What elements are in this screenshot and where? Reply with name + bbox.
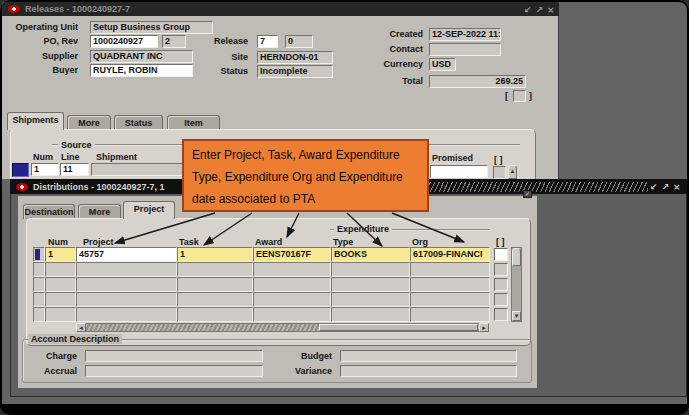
total-field[interactable]: 269.25 [429, 75, 526, 88]
tab-destination[interactable]: Destination [23, 204, 75, 219]
tab-item[interactable]: Item [167, 115, 220, 130]
checked-checkbox-icon[interactable]: ✓ [523, 190, 532, 198]
org-cell[interactable] [410, 292, 490, 307]
vertical-scrollbar-thumb[interactable] [512, 248, 521, 266]
close-icon[interactable]: × [673, 182, 681, 192]
minimize-icon[interactable]: ↙ [650, 182, 658, 192]
num-cell[interactable]: 1 [45, 247, 76, 262]
site-field[interactable]: HERNDON-01 [257, 51, 333, 64]
shipment-header: Shipment [96, 152, 137, 162]
tab-status[interactable]: Status [114, 115, 163, 130]
release-header-checkbox[interactable] [513, 90, 526, 102]
project-cell[interactable] [76, 307, 177, 322]
project-cell[interactable]: 45757 [76, 247, 177, 262]
buyer-field[interactable]: RUYLE, ROBIN [90, 64, 193, 77]
bracket-close: ] [529, 90, 532, 102]
status-field[interactable]: Incomplete [257, 65, 333, 78]
status-label: Status [195, 65, 248, 78]
currency-label: Currency [353, 58, 423, 71]
num-cell[interactable] [45, 277, 76, 292]
record-indicator[interactable] [33, 277, 45, 292]
award-cell[interactable]: EENS70167F [253, 247, 331, 262]
record-indicator[interactable] [33, 307, 45, 322]
tab-shipments[interactable]: Shipments [7, 112, 64, 130]
type-cell[interactable] [331, 277, 410, 292]
supplier-field[interactable]: QUADRANT INC [90, 50, 193, 63]
row-checkbox[interactable] [494, 293, 508, 306]
task-cell[interactable] [177, 277, 253, 292]
scroll-left-icon[interactable]: ◂ [76, 323, 86, 332]
releases-window-title: Releases - 1000240927-7 [25, 3, 130, 15]
record-indicator[interactable] [33, 292, 45, 307]
task-cell[interactable] [177, 262, 253, 277]
tab-more[interactable]: More [78, 204, 121, 219]
releases-titlebar[interactable]: Releases - 1000240927-7 [2, 2, 559, 16]
record-indicator[interactable] [33, 247, 45, 262]
type-cell[interactable] [331, 262, 410, 277]
task-cell[interactable] [177, 307, 253, 322]
checkbox-header: [ ] [496, 237, 505, 247]
horizontal-scrollbar[interactable] [76, 323, 489, 332]
row-checkbox[interactable] [494, 263, 508, 276]
type-cell[interactable] [331, 292, 410, 307]
budget-label: Budget [282, 350, 332, 363]
award-cell[interactable] [253, 262, 331, 277]
shipment-num-field[interactable]: 1 [31, 163, 59, 176]
table-row-empty [33, 277, 490, 292]
site-label: Site [195, 51, 248, 64]
contact-field[interactable] [429, 43, 501, 56]
award-cell[interactable] [253, 292, 331, 307]
award-cell[interactable] [253, 307, 331, 322]
scroll-right-icon[interactable]: ▸ [479, 323, 489, 332]
vertical-scrollbar[interactable]: ▾ [511, 247, 522, 322]
release-field[interactable]: 7 [257, 35, 278, 48]
scroll-down-icon[interactable]: ▾ [512, 311, 521, 321]
org-cell[interactable] [410, 262, 490, 277]
charge-field[interactable] [85, 350, 263, 362]
operating-unit-field[interactable]: Setup Business Group [90, 21, 213, 34]
shipment-line-field[interactable]: 11 [60, 163, 89, 176]
row-checkbox[interactable] [494, 278, 508, 291]
created-field[interactable]: 12-SEP-2022 11:55 [429, 28, 501, 41]
record-indicator[interactable] [33, 262, 45, 277]
type-cell[interactable] [331, 307, 410, 322]
project-cell[interactable] [76, 292, 177, 307]
task-cell[interactable]: 1 [177, 247, 253, 262]
budget-field[interactable] [340, 350, 517, 362]
promised-checkbox[interactable] [493, 166, 506, 179]
po-rev-field[interactable]: 2 [162, 35, 186, 48]
minimize-icon[interactable]: ↙ [524, 5, 532, 15]
horizontal-scrollbar-thumb[interactable] [319, 324, 478, 331]
org-cell[interactable]: 617009-FINANCI [410, 247, 490, 262]
record-indicator[interactable] [12, 163, 29, 177]
tab-more[interactable]: More [67, 115, 111, 130]
type-cell[interactable]: BOOKS [331, 247, 410, 262]
spinner-up-icon[interactable]: ▴ [508, 165, 517, 179]
tab-project[interactable]: Project [123, 201, 175, 219]
project-cell[interactable] [76, 262, 177, 277]
currency-field[interactable]: USD [429, 58, 456, 71]
row-checkbox[interactable] [494, 248, 508, 261]
task-cell[interactable] [177, 292, 253, 307]
release-rev-field[interactable]: 0 [285, 35, 313, 48]
num-cell[interactable] [45, 262, 76, 277]
charge-label: Charge [27, 350, 77, 363]
num-cell[interactable] [45, 307, 76, 322]
supplier-label: Supplier [8, 50, 78, 63]
org-cell[interactable] [410, 307, 490, 322]
award-cell[interactable] [253, 277, 331, 292]
account-description-label: Account Description [28, 334, 122, 344]
accrual-field[interactable] [85, 365, 263, 377]
promised-field[interactable] [430, 165, 488, 178]
org-cell[interactable] [410, 277, 490, 292]
restore-icon[interactable]: ↗ [662, 182, 670, 192]
buyer-label: Buyer [8, 64, 78, 77]
expenditure-group-label: Expenditure [334, 224, 392, 234]
num-cell[interactable] [45, 292, 76, 307]
po-field[interactable]: 1000240927 [90, 35, 158, 48]
variance-field[interactable] [340, 365, 517, 377]
row-checkbox[interactable] [494, 308, 508, 321]
close-icon[interactable]: × [547, 5, 555, 15]
project-cell[interactable] [76, 277, 177, 292]
restore-icon[interactable]: ↗ [536, 5, 544, 15]
